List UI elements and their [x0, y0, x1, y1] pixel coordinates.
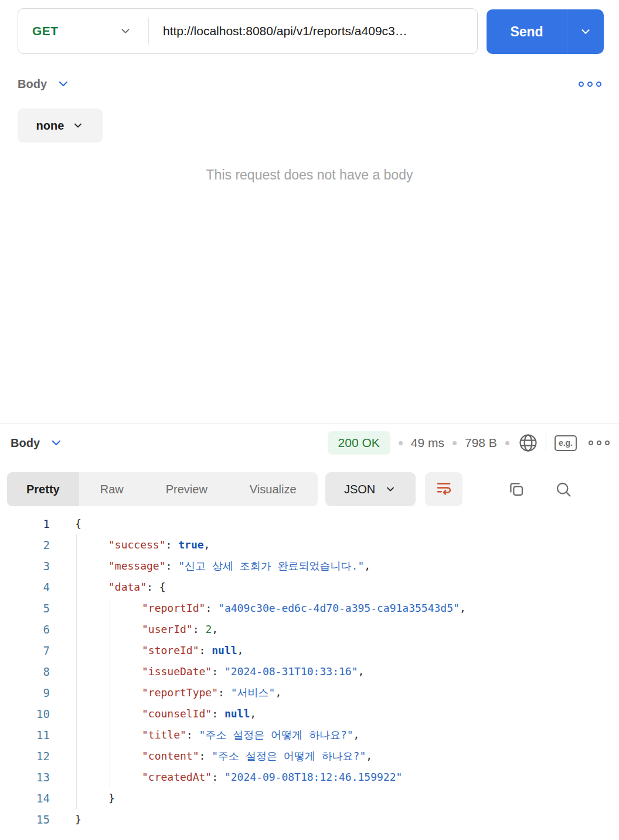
indent-guide: [76, 577, 77, 598]
body-type-dropdown[interactable]: none: [18, 109, 103, 143]
indent-guide: [76, 661, 77, 682]
more-options-icon[interactable]: [579, 82, 601, 87]
code-text: "data": {: [75, 577, 166, 598]
url-input[interactable]: http://localhost:8080/api/v1/reports/a40…: [163, 24, 467, 38]
line-number[interactable]: 7: [0, 640, 50, 661]
indent-guide: [76, 703, 77, 724]
response-size[interactable]: 798 B: [465, 436, 497, 450]
code-text: "reportId": "a409c30e-ed6c-4d70-a395-ca9…: [75, 598, 466, 619]
code-line: 6"userId": 2,: [0, 619, 619, 640]
code-line: 3"message": "신고 상세 조회가 완료되었습니다.",: [0, 556, 619, 577]
code-text: }: [75, 788, 115, 809]
search-icon[interactable]: [554, 480, 573, 499]
code-text: "createdAt": "2024-09-08T18:12:46.159922…: [75, 767, 402, 788]
code-text: "issueDate": "2024-08-31T10:33:16",: [75, 661, 364, 682]
line-number[interactable]: 4: [0, 577, 50, 598]
body-type-label: none: [36, 119, 64, 133]
code-text: "storeId": null,: [75, 640, 243, 661]
tab-raw[interactable]: Raw: [79, 472, 145, 506]
divider: [148, 18, 149, 45]
code-text: "userId": 2,: [75, 619, 218, 640]
code-line: 12"content": "주소 설정은 어떻게 하나요?",: [0, 746, 619, 767]
method-label: GET: [32, 24, 59, 38]
dot: [589, 441, 593, 445]
indent-guide: [76, 682, 77, 703]
indent-guide: [110, 703, 110, 724]
send-button[interactable]: Send: [487, 9, 604, 54]
indent-guide: [76, 746, 77, 767]
indent-guide: [110, 682, 110, 703]
code-line: 1{: [0, 513, 619, 534]
code-line: 14}: [0, 788, 619, 809]
indent-guide: [110, 619, 110, 640]
indent-guide: [76, 619, 77, 640]
tab-visualize[interactable]: Visualize: [229, 472, 318, 506]
line-number[interactable]: 13: [0, 767, 50, 788]
tab-preview[interactable]: Preview: [145, 472, 229, 506]
indent-guide: [110, 746, 110, 767]
format-dropdown[interactable]: JSON: [325, 472, 416, 506]
line-number[interactable]: 2: [0, 534, 50, 556]
code-line: 7"storeId": null,: [0, 640, 619, 661]
response-time[interactable]: 49 ms: [411, 436, 444, 450]
line-number[interactable]: 14: [0, 788, 50, 809]
line-number[interactable]: 9: [0, 682, 50, 703]
chevron-down-icon[interactable]: [567, 25, 604, 38]
format-label: JSON: [344, 483, 375, 496]
code-line: 11"title": "주소 설정은 어떻게 하나요?",: [0, 724, 619, 746]
line-number[interactable]: 6: [0, 619, 50, 640]
line-number[interactable]: 10: [0, 703, 50, 724]
line-number[interactable]: 5: [0, 598, 50, 619]
response-header: Body 200 OK 49 ms 798 B e.g.: [11, 430, 610, 456]
chevron-down-icon: [385, 483, 396, 495]
code-line: 5"reportId": "a409c30e-ed6c-4d70-a395-ca…: [0, 598, 619, 619]
chevron-down-icon: [119, 25, 132, 38]
response-meta: 200 OK 49 ms 798 B e.g.: [328, 431, 610, 455]
indent-guide: [76, 534, 77, 556]
response-body-viewer: 1{2"success": true,3"message": "신고 상세 조회…: [0, 513, 619, 830]
code-text: "reportType": "서비스",: [75, 682, 281, 703]
wrap-text-icon: [435, 479, 453, 499]
indent-guide: [110, 598, 110, 619]
example-icon[interactable]: e.g.: [555, 435, 577, 451]
indent-guide: [110, 640, 110, 661]
indent-guide: [76, 640, 77, 661]
tab-pretty[interactable]: Pretty: [7, 472, 79, 506]
chevron-down-icon[interactable]: [56, 77, 70, 91]
indent-guide: [76, 724, 77, 746]
code-line: 8"issueDate": "2024-08-31T10:33:16",: [0, 661, 619, 682]
copy-button[interactable]: [507, 480, 526, 499]
dot: [587, 82, 593, 87]
status-badge[interactable]: 200 OK: [328, 431, 390, 455]
line-number[interactable]: 3: [0, 556, 50, 577]
dot: [605, 441, 610, 445]
code-line: 2"success": true,: [0, 534, 619, 556]
body-section-label: Body: [18, 77, 47, 91]
line-number[interactable]: 15: [0, 809, 50, 830]
wrap-text-button[interactable]: [425, 472, 462, 506]
empty-body-message: This request does not have a body: [0, 167, 619, 183]
code-text: "title": "주소 설정은 어떻게 하나요?",: [75, 724, 359, 746]
more-options-icon[interactable]: [589, 441, 610, 445]
dot: [597, 441, 601, 445]
code-text: }: [75, 809, 81, 830]
globe-icon[interactable]: [518, 432, 539, 453]
send-button-label: Send: [487, 24, 567, 40]
request-url-bar: GET http://localhost:8080/api/v1/reports…: [18, 8, 478, 54]
code-text: "success": true,: [75, 534, 210, 556]
line-number[interactable]: 8: [0, 661, 50, 682]
line-number[interactable]: 1: [0, 513, 50, 534]
code-text: "counselId": null,: [75, 703, 256, 724]
indent-guide: [76, 556, 77, 577]
method-dropdown[interactable]: GET: [18, 9, 148, 53]
indent-guide: [76, 767, 77, 788]
divider: [546, 434, 546, 452]
code-line: 4"data": {: [0, 577, 619, 598]
api-client-window: GET http://localhost:8080/api/v1/reports…: [0, 0, 619, 840]
line-number[interactable]: 12: [0, 746, 50, 767]
line-number[interactable]: 11: [0, 724, 50, 746]
code-text: {: [75, 513, 81, 534]
separator-dot: [399, 441, 403, 445]
chevron-down-icon[interactable]: [49, 436, 63, 450]
response-body-label: Body: [11, 436, 40, 450]
